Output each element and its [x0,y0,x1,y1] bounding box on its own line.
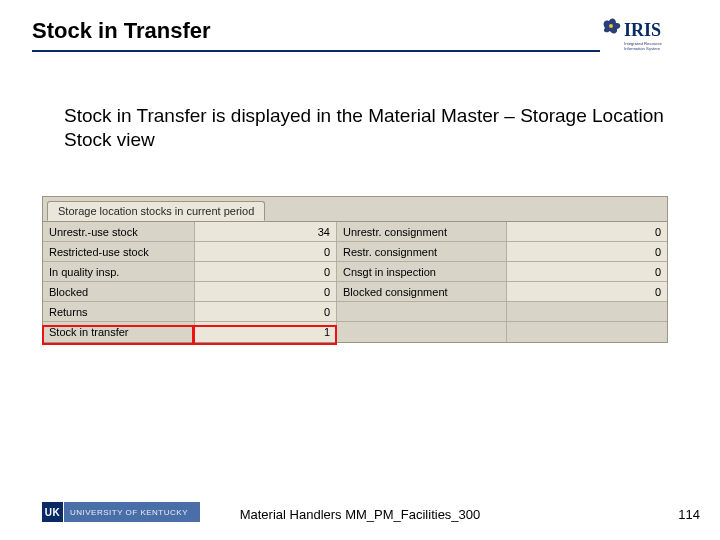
body-text: Stock in Transfer is displayed in the Ma… [64,104,664,152]
cell-label: Stock in transfer [43,322,195,342]
svg-point-0 [609,24,613,28]
cell-label: Blocked [43,282,195,301]
sap-grid: Unrestr.-use stock 34 Unrestr. consignme… [43,221,667,342]
cell-label: In quality insp. [43,262,195,281]
cell-value [507,302,667,321]
slide-footer: UK UNIVERSITY OF KENTUCKY Material Handl… [0,494,720,522]
table-row: In quality insp. 0 Cnsgt in inspection 0 [43,262,667,282]
cell-value: 34 [195,222,337,241]
cell-value: 0 [195,282,337,301]
cell-value: 0 [195,262,337,281]
title-underline [32,50,600,52]
table-row: Unrestr.-use stock 34 Unrestr. consignme… [43,222,667,242]
cell-label: Blocked consignment [337,282,507,301]
cell-value: 0 [507,282,667,301]
footer-text: Material Handlers MM_PM_Facilities_300 [0,507,720,522]
cell-value: 0 [195,242,337,261]
page-title: Stock in Transfer [32,18,688,48]
cell-label [337,322,507,342]
table-row: Restricted-use stock 0 Restr. consignmen… [43,242,667,262]
table-row: Stock in transfer 1 [43,322,667,342]
slide: Stock in Transfer IRIS Integrated Resour… [0,0,720,540]
svg-text:Information System: Information System [624,46,661,51]
page-number: 114 [678,507,700,522]
table-row: Blocked 0 Blocked consignment 0 [43,282,667,302]
cell-label: Restr. consignment [337,242,507,261]
sap-tab-row: Storage location stocks in current perio… [43,197,667,221]
cell-value [507,322,667,342]
cell-value: 0 [195,302,337,321]
sap-panel: Storage location stocks in current perio… [42,196,668,343]
iris-logo: IRIS Integrated Resource Information Sys… [598,14,686,56]
cell-value: 0 [507,222,667,241]
sap-tab-active[interactable]: Storage location stocks in current perio… [47,201,265,221]
cell-label: Unrestr.-use stock [43,222,195,241]
cell-label: Cnsgt in inspection [337,262,507,281]
cell-label: Returns [43,302,195,321]
cell-label [337,302,507,321]
table-row: Returns 0 [43,302,667,322]
cell-label: Restricted-use stock [43,242,195,261]
cell-value: 0 [507,262,667,281]
slide-header: Stock in Transfer [32,18,688,52]
cell-value: 0 [507,242,667,261]
cell-value: 1 [195,322,337,342]
svg-text:IRIS: IRIS [624,20,661,40]
cell-label: Unrestr. consignment [337,222,507,241]
